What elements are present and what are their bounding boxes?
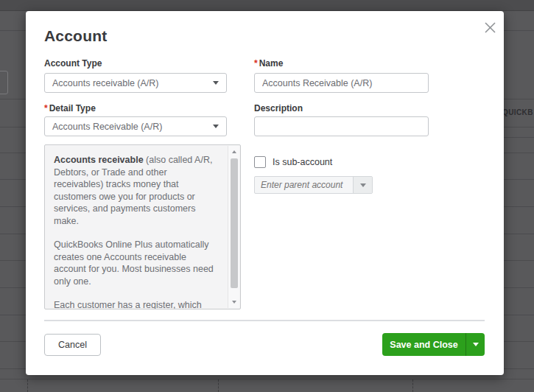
background-column-line bbox=[27, 379, 28, 392]
background-topbar bbox=[0, 0, 534, 11]
chevron-down-icon bbox=[213, 81, 219, 85]
account-type-label: Account Type bbox=[44, 58, 102, 69]
account-dialog: Account Account Type Accounts receivable… bbox=[26, 11, 504, 375]
detail-type-value: Accounts Receivable (A/R) bbox=[52, 122, 162, 132]
name-input[interactable] bbox=[254, 73, 429, 93]
is-sub-account-label: Is sub-account bbox=[273, 157, 332, 167]
scroll-down-icon[interactable] bbox=[228, 297, 240, 307]
scroll-up-icon[interactable] bbox=[228, 147, 240, 157]
required-asterisk: * bbox=[44, 103, 48, 113]
sub-account-row: Is sub-account bbox=[254, 156, 332, 168]
background-row-line bbox=[0, 379, 534, 379]
info-paragraph: QuickBooks Online Plus automatically cre… bbox=[54, 239, 218, 287]
background-column-line bbox=[412, 379, 413, 392]
cancel-button[interactable]: Cancel bbox=[44, 334, 101, 356]
background-button-fragment bbox=[0, 71, 8, 94]
detail-type-info-box: Accounts receivable (also called A/R, De… bbox=[44, 144, 241, 309]
screen: QUICKB Account Account Type Accounts rec… bbox=[0, 0, 534, 392]
name-label: *Name bbox=[254, 58, 283, 69]
info-scrollbar[interactable] bbox=[228, 146, 239, 308]
is-sub-account-checkbox[interactable] bbox=[254, 156, 266, 168]
description-label: Description bbox=[254, 103, 303, 113]
detail-type-select[interactable]: Accounts Receivable (A/R) bbox=[44, 116, 227, 136]
parent-account-combo[interactable] bbox=[254, 176, 373, 194]
chevron-down-icon bbox=[213, 125, 219, 128]
description-input[interactable] bbox=[254, 116, 429, 136]
close-button[interactable] bbox=[481, 18, 499, 36]
parent-account-dropdown-button[interactable] bbox=[353, 177, 372, 193]
info-bold-term: Accounts receivable bbox=[54, 155, 144, 165]
required-asterisk: * bbox=[254, 58, 258, 69]
info-paragraph: Accounts receivable (also called A/R, De… bbox=[54, 154, 218, 227]
detail-type-label: *Detail Type bbox=[44, 103, 96, 113]
account-type-value: Accounts receivable (A/R) bbox=[52, 78, 159, 88]
dialog-title: Account bbox=[44, 27, 107, 45]
save-and-close-label[interactable]: Save and Close bbox=[382, 333, 466, 356]
background-column-header: QUICKB bbox=[502, 108, 533, 116]
chevron-down-icon bbox=[360, 183, 366, 187]
background-column-line bbox=[218, 379, 219, 392]
close-icon bbox=[484, 21, 496, 34]
parent-account-input[interactable] bbox=[255, 177, 353, 193]
account-type-select[interactable]: Accounts receivable (A/R) bbox=[44, 73, 227, 93]
scrollbar-thumb[interactable] bbox=[231, 158, 238, 288]
save-options-dropdown-button[interactable] bbox=[466, 333, 485, 356]
chevron-down-icon bbox=[473, 343, 479, 346]
footer-divider bbox=[44, 320, 485, 321]
save-and-close-button[interactable]: Save and Close bbox=[382, 333, 485, 356]
info-paragraph: Each customer has a register, which func… bbox=[54, 299, 218, 309]
